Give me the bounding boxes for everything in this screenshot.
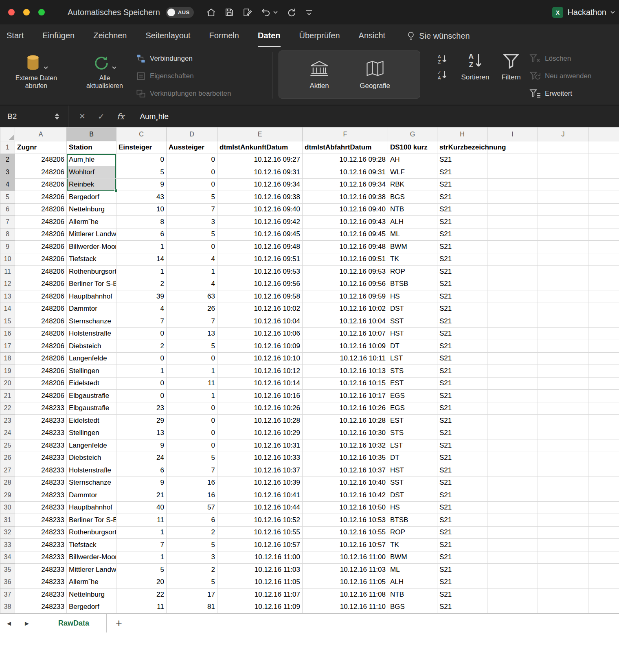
cell-A36[interactable]: 248233 — [15, 576, 67, 589]
cell-B1[interactable]: Station — [67, 141, 116, 154]
cell-I25[interactable] — [487, 439, 538, 452]
select-all-corner[interactable] — [0, 127, 15, 141]
cell-F8[interactable]: 10.12.16 09:45 — [303, 228, 388, 241]
tab-einfuegen[interactable]: Einfügen — [42, 24, 75, 47]
cell-J33[interactable] — [538, 539, 588, 551]
cell-F17[interactable]: 10.12.16 10:09 — [303, 340, 388, 353]
cell-H25[interactable]: S21 — [437, 439, 487, 452]
cell-K38[interactable] — [588, 601, 619, 613]
cell-I29[interactable] — [487, 489, 538, 502]
cell-B17[interactable]: Diebsteich — [67, 340, 116, 353]
cell-C35[interactable]: 5 — [116, 564, 167, 576]
cell-H14[interactable]: S21 — [437, 303, 487, 315]
cell-D27[interactable]: 7 — [167, 464, 217, 477]
cell-A34[interactable]: 248233 — [15, 551, 67, 564]
cell-C16[interactable]: 0 — [116, 327, 167, 340]
cell-I15[interactable] — [487, 315, 538, 328]
cell-D34[interactable]: 3 — [167, 551, 217, 564]
cell-K2[interactable] — [588, 154, 619, 166]
external-data-button[interactable]: Externe Daten abrufen — [6, 51, 67, 90]
cell-F22[interactable]: 10.12.16 10:26 — [303, 402, 388, 415]
cell-G38[interactable]: BGS — [388, 601, 437, 613]
cell-J36[interactable] — [538, 576, 588, 589]
cell-K29[interactable] — [588, 489, 619, 502]
geography-button[interactable]: Geografie — [360, 59, 390, 90]
cell-J37[interactable] — [538, 589, 588, 601]
cell-J19[interactable] — [538, 365, 588, 378]
cell-G17[interactable]: DT — [388, 340, 437, 353]
tell-me-button[interactable]: Sie wünschen — [406, 24, 470, 47]
minimize-window-button[interactable] — [23, 9, 30, 15]
cell-C34[interactable]: 1 — [116, 551, 167, 564]
cell-H16[interactable]: S21 — [437, 327, 487, 340]
row-header-22[interactable]: 22 — [0, 402, 15, 415]
row-header-25[interactable]: 25 — [0, 439, 15, 452]
cell-F11[interactable]: 10.12.16 09:53 — [303, 266, 388, 278]
cell-C23[interactable]: 29 — [116, 415, 167, 427]
row-header-29[interactable]: 29 — [0, 489, 15, 502]
cell-B8[interactable]: Mittlerer Landweg — [67, 228, 116, 241]
cell-I22[interactable] — [487, 402, 538, 415]
cell-G33[interactable]: TK — [388, 539, 437, 551]
cell-I4[interactable] — [487, 178, 538, 191]
cell-A27[interactable]: 248233 — [15, 464, 67, 477]
cell-A2[interactable]: 248206 — [15, 154, 67, 166]
cell-B12[interactable]: Berliner Tor S-Bahn — [67, 278, 116, 290]
cell-E7[interactable]: 10.12.16 09:42 — [217, 216, 303, 228]
cell-H27[interactable]: S21 — [437, 464, 487, 477]
cell-C27[interactable]: 6 — [116, 464, 167, 477]
row-header-37[interactable]: 37 — [0, 589, 15, 601]
cell-A25[interactable]: 248233 — [15, 439, 67, 452]
cell-J14[interactable] — [538, 303, 588, 315]
cell-F34[interactable]: 10.12.16 11:00 — [303, 551, 388, 564]
cell-A1[interactable]: Zugnr — [15, 141, 67, 154]
cell-D2[interactable]: 0 — [167, 154, 217, 166]
row-header-31[interactable]: 31 — [0, 514, 15, 527]
cell-K9[interactable] — [588, 241, 619, 253]
filter-button[interactable]: Filtern — [498, 51, 525, 81]
cell-B4[interactable]: Reinbek — [67, 178, 116, 191]
cancel-icon[interactable]: ✕ — [79, 112, 86, 121]
cell-K16[interactable] — [588, 327, 619, 340]
cell-K3[interactable] — [588, 166, 619, 179]
column-header-F[interactable]: F — [303, 127, 388, 141]
cell-B3[interactable]: Wohltorf — [67, 166, 116, 179]
cell-B6[interactable]: Nettelnburg — [67, 203, 116, 216]
cell-I5[interactable] — [487, 191, 538, 204]
cell-G34[interactable]: BWM — [388, 551, 437, 564]
cell-F19[interactable]: 10.12.16 10:13 — [303, 365, 388, 378]
cell-C3[interactable]: 5 — [116, 166, 167, 179]
cell-F2[interactable]: 10.12.16 09:28 — [303, 154, 388, 166]
tab-seitenlayout[interactable]: Seitenlayout — [146, 24, 191, 47]
row-header-14[interactable]: 14 — [0, 303, 15, 315]
cell-D31[interactable]: 6 — [167, 514, 217, 527]
row-header-10[interactable]: 10 — [0, 253, 15, 266]
cell-C13[interactable]: 39 — [116, 290, 167, 303]
row-header-23[interactable]: 23 — [0, 415, 15, 427]
cell-K36[interactable] — [588, 576, 619, 589]
cell-C22[interactable]: 23 — [116, 402, 167, 415]
cell-K24[interactable] — [588, 427, 619, 439]
cell-H8[interactable]: S21 — [437, 228, 487, 241]
cell-I12[interactable] — [487, 278, 538, 290]
cell-A12[interactable]: 248206 — [15, 278, 67, 290]
stepper-down-icon[interactable] — [55, 117, 59, 120]
row-header-17[interactable]: 17 — [0, 340, 15, 353]
cell-E10[interactable]: 10.12.16 09:51 — [217, 253, 303, 266]
row-header-7[interactable]: 7 — [0, 216, 15, 228]
cell-D24[interactable]: 0 — [167, 427, 217, 439]
cell-G14[interactable]: DST — [388, 303, 437, 315]
cell-I8[interactable] — [487, 228, 538, 241]
cell-J18[interactable] — [538, 352, 588, 365]
cell-H29[interactable]: S21 — [437, 489, 487, 502]
cell-D20[interactable]: 11 — [167, 377, 217, 390]
undo-dropdown-icon[interactable] — [273, 11, 278, 14]
cell-E2[interactable]: 10.12.16 09:27 — [217, 154, 303, 166]
zoom-window-button[interactable] — [38, 9, 45, 15]
cell-I34[interactable] — [487, 551, 538, 564]
row-header-32[interactable]: 32 — [0, 526, 15, 539]
sort-descending-icon[interactable]: ZA — [436, 70, 448, 80]
cell-G1[interactable]: DS100 kurz — [388, 141, 437, 154]
cell-J13[interactable] — [538, 290, 588, 303]
cell-C4[interactable]: 9 — [116, 178, 167, 191]
